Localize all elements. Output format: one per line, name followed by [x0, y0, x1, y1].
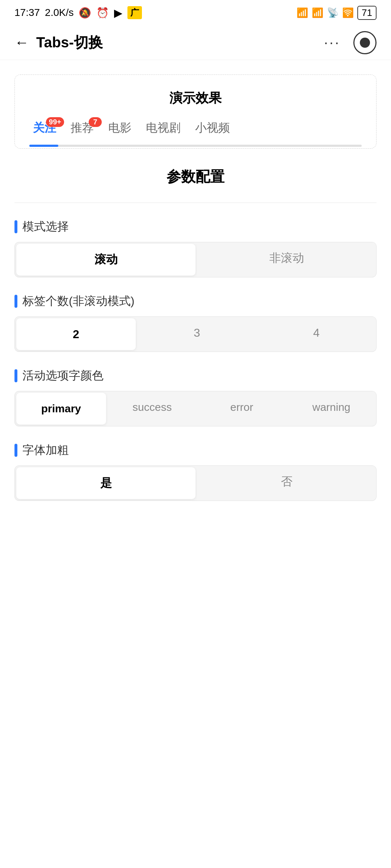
tab-item-xiaoshipin[interactable]: 小视频 — [192, 120, 241, 145]
tab-item-dianying[interactable]: 电影 — [105, 120, 142, 145]
status-mute-icon: 🔕 — [79, 7, 91, 19]
status-alarm-icon: ⏰ — [96, 7, 109, 19]
param-bold-toggle: 是 否 — [14, 465, 377, 501]
record-inner — [360, 38, 370, 48]
param-mode-label: 模式选择 — [22, 219, 69, 235]
param-count-label-row: 标签个数(非滚动模式) — [14, 293, 377, 309]
toggle-bold-no[interactable]: 否 — [197, 466, 376, 498]
more-options-button[interactable]: ··· — [324, 34, 340, 51]
toggle-color-warning[interactable]: warning — [287, 391, 377, 423]
nav-right: ··· — [324, 31, 377, 54]
tab-badge-tuijian: 7 — [89, 117, 102, 127]
toggle-count-2[interactable]: 2 — [16, 318, 136, 350]
toggle-color-success[interactable]: success — [108, 391, 197, 423]
toggle-color-warning-label: warning — [312, 401, 350, 413]
toggle-count-2-label: 2 — [73, 328, 79, 341]
param-count: 标签个数(非滚动模式) 2 3 4 — [14, 293, 377, 352]
param-color-bar — [14, 369, 17, 382]
toggle-bold-no-label: 否 — [281, 474, 293, 490]
param-bold-label-row: 字体加粗 — [14, 442, 377, 458]
tab-item-tuijian[interactable]: 推荐 7 — [67, 120, 105, 145]
toggle-color-error-label: error — [230, 401, 253, 413]
param-color: 活动选项字颜色 primary success error warning — [14, 368, 377, 426]
tab-underline-track — [29, 145, 362, 147]
toggle-bold-yes[interactable]: 是 — [16, 467, 196, 499]
param-count-toggle: 2 3 4 — [14, 316, 377, 352]
status-network: 2.0K/s — [45, 7, 73, 18]
toggle-color-primary-label: primary — [41, 403, 81, 415]
param-bold-label: 字体加粗 — [22, 442, 69, 458]
demo-title: 演示效果 — [29, 89, 362, 107]
param-count-bar — [14, 295, 17, 308]
tab-label-dianshiju: 电视剧 — [146, 121, 181, 134]
tab-label-xiaoshipin: 小视频 — [195, 121, 230, 134]
battery-text: 71 — [357, 6, 377, 20]
record-button[interactable] — [353, 31, 377, 54]
toggle-mode-scroll[interactable]: 滚动 — [16, 244, 196, 276]
status-bar: 17:37 2.0K/s 🔕 ⏰ ▶ 广 📶 📶 📡 🛜 71 — [0, 0, 391, 25]
param-mode: 模式选择 滚动 非滚动 — [14, 219, 377, 277]
toggle-bold-yes-label: 是 — [100, 475, 112, 491]
toggle-color-error[interactable]: error — [197, 391, 287, 423]
tabs-underline-wrapper — [29, 145, 362, 148]
toggle-color-primary[interactable]: primary — [16, 393, 106, 425]
tab-underline-active — [29, 145, 58, 147]
top-nav: ← Tabs-切换 ··· — [0, 25, 391, 60]
tab-item-dianshiju[interactable]: 电视剧 — [142, 120, 192, 145]
toggle-count-4[interactable]: 4 — [257, 317, 376, 349]
toggle-color-success-label: success — [133, 401, 172, 413]
nav-title: Tabs-切换 — [36, 33, 103, 52]
toggle-mode-noscroll[interactable]: 非滚动 — [197, 242, 376, 274]
demo-card: 演示效果 关注 99+ 推荐 7 电影 电视剧 小视频 — [14, 75, 377, 149]
status-time: 17:37 — [14, 7, 40, 18]
params-divider — [14, 203, 377, 203]
toggle-count-3[interactable]: 3 — [137, 317, 257, 349]
param-color-toggle: primary success error warning — [14, 391, 377, 426]
main-content: 演示效果 关注 99+ 推荐 7 电影 电视剧 小视频 — [0, 60, 391, 531]
signal-icon-1: 📶 — [297, 7, 308, 18]
wifi-icon: 📡 — [327, 7, 339, 18]
param-bold-bar — [14, 444, 17, 457]
toggle-mode-scroll-label: 滚动 — [94, 252, 118, 268]
param-mode-label-row: 模式选择 — [14, 219, 377, 235]
tab-item-guanzhu[interactable]: 关注 99+ — [29, 120, 67, 145]
param-bold: 字体加粗 是 否 — [14, 442, 377, 501]
toggle-count-4-label: 4 — [313, 326, 320, 340]
param-color-label-row: 活动选项字颜色 — [14, 368, 377, 384]
status-right: 📶 📶 📡 🛜 71 — [297, 6, 377, 20]
wifi-icon-2: 🛜 — [342, 7, 354, 18]
param-color-label: 活动选项字颜色 — [22, 368, 104, 384]
toggle-count-3-label: 3 — [194, 326, 200, 340]
signal-icon-2: 📶 — [312, 7, 323, 18]
tab-badge-guanzhu: 99+ — [46, 117, 64, 127]
status-app-icon: 广 — [127, 6, 142, 19]
params-section-title: 参数配置 — [14, 167, 377, 187]
tabs-container: 关注 99+ 推荐 7 电影 电视剧 小视频 — [29, 120, 362, 145]
tab-label-dianying: 电影 — [108, 121, 131, 134]
nav-back-group[interactable]: ← Tabs-切换 — [14, 33, 103, 52]
status-left: 17:37 2.0K/s 🔕 ⏰ ▶ 广 — [14, 6, 142, 19]
param-mode-toggle: 滚动 非滚动 — [14, 242, 377, 277]
back-icon[interactable]: ← — [14, 34, 29, 51]
toggle-mode-noscroll-label: 非滚动 — [269, 250, 304, 266]
param-count-label: 标签个数(非滚动模式) — [22, 293, 134, 309]
param-mode-bar — [14, 220, 17, 233]
status-tiktok-icon: ▶ — [114, 7, 122, 19]
